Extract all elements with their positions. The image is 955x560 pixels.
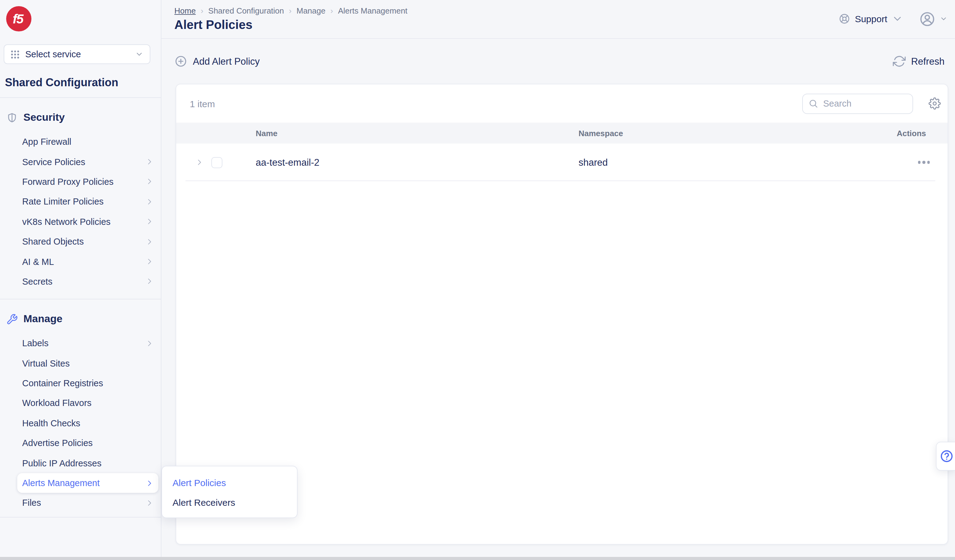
search-box xyxy=(802,93,913,114)
chevron-right-icon xyxy=(146,158,153,166)
nav-section-label: Manage xyxy=(23,313,63,325)
sidebar-item-shared-objects[interactable]: Shared Objects xyxy=(17,232,158,252)
sidebar-item-alerts-management[interactable]: Alerts Management xyxy=(17,473,158,493)
table-row[interactable]: aa-test-email-2 shared xyxy=(176,144,947,181)
service-selector-label: Select service xyxy=(25,49,129,59)
breadcrumb-item-alerts-management: Alerts Management xyxy=(338,6,407,15)
chevron-right-icon xyxy=(146,339,153,347)
sidebar-item-label: Shared Objects xyxy=(22,236,146,246)
chevron-right-icon xyxy=(146,258,153,266)
chevron-down-icon xyxy=(135,50,144,58)
cell-name: aa-test-email-2 xyxy=(253,157,579,168)
sidebar-item-health-checks[interactable]: Health Checks xyxy=(17,413,158,433)
nav-section-header-security[interactable]: Security xyxy=(0,106,161,129)
sidebar-item-vk8s-network-policies[interactable]: vK8s Network Policies xyxy=(17,212,158,232)
sidebar-item-label: vK8s Network Policies xyxy=(22,217,146,227)
search-icon xyxy=(808,99,818,108)
app-root: f5 Select service Shared Configuration S… xyxy=(0,0,955,560)
user-menu[interactable] xyxy=(919,11,947,27)
chevron-down-icon xyxy=(892,13,903,25)
refresh-button[interactable]: Refresh xyxy=(892,55,944,68)
flyout-item-alert-policies[interactable]: Alert Policies xyxy=(162,472,297,492)
row-checkbox[interactable] xyxy=(211,157,222,168)
sidebar-item-app-firewall[interactable]: App Firewall xyxy=(17,132,158,152)
f5-logo[interactable]: f5 xyxy=(6,6,31,31)
sidebar-item-label: Health Checks xyxy=(22,418,153,428)
chevron-right-icon xyxy=(146,277,153,286)
add-alert-policy-button[interactable]: Add Alert Policy xyxy=(174,55,260,68)
chevron-right-icon xyxy=(146,479,153,487)
support-label: Support xyxy=(855,14,887,24)
page-title: Alert Policies xyxy=(174,18,955,32)
shield-icon xyxy=(6,112,18,124)
sidebar-item-rate-limiter-policies[interactable]: Rate Limiter Policies xyxy=(17,192,158,212)
help-circle-icon xyxy=(939,449,954,463)
life-buoy-icon xyxy=(839,13,850,25)
sidebar-item-ai-ml[interactable]: AI & ML xyxy=(17,252,158,272)
search-input[interactable] xyxy=(823,99,897,108)
user-avatar-icon xyxy=(919,11,935,27)
item-count: 1 item xyxy=(190,98,802,109)
sidebar-item-advertise-policies[interactable]: Advertise Policies xyxy=(17,433,158,453)
column-header-namespace: Namespace xyxy=(579,128,870,138)
support-menu[interactable]: Support xyxy=(839,13,903,25)
row-actions-menu[interactable] xyxy=(918,161,930,164)
sidebar-item-label: Advertise Policies xyxy=(22,438,153,448)
sidebar-item-secrets[interactable]: Secrets xyxy=(17,271,158,291)
toolbar: Add Alert Policy Refresh xyxy=(161,39,955,84)
sidebar-item-label: Service Policies xyxy=(22,157,146,167)
sidebar-item-public-ip-addresses[interactable]: Public IP Addresses xyxy=(17,453,158,473)
breadcrumb-separator: › xyxy=(289,6,292,15)
sidebar-item-label: Container Registries xyxy=(22,378,153,388)
breadcrumb-item-shared-configuration[interactable]: Shared Configuration xyxy=(208,6,284,15)
sidebar-item-label: Virtual Sites xyxy=(22,358,153,368)
cell-namespace: shared xyxy=(579,157,870,168)
breadcrumb-item-home[interactable]: Home xyxy=(174,6,196,15)
chevron-right-icon xyxy=(146,218,153,226)
sidebar-nav: SecurityApp FirewallService PoliciesForw… xyxy=(0,98,161,517)
horizontal-scrollbar[interactable] xyxy=(0,557,955,560)
sidebar-item-label: Forward Proxy Policies xyxy=(22,177,146,187)
refresh-label: Refresh xyxy=(911,56,944,67)
nav-section-manage: ManageLabelsVirtual SitesContainer Regis… xyxy=(0,299,161,517)
sidebar-item-labels[interactable]: Labels xyxy=(17,333,158,353)
table-header-row: Name Namespace Actions xyxy=(176,123,947,144)
sidebar-item-files[interactable]: Files xyxy=(17,493,158,513)
sidebar-item-virtual-sites[interactable]: Virtual Sites xyxy=(17,353,158,373)
gear-icon[interactable] xyxy=(928,97,941,109)
column-header-name: Name xyxy=(253,128,579,138)
chevron-right-icon xyxy=(146,238,153,246)
sidebar-item-service-policies[interactable]: Service Policies xyxy=(17,152,158,172)
refresh-icon xyxy=(892,55,905,68)
add-alert-policy-label: Add Alert Policy xyxy=(193,56,260,67)
chevron-right-icon xyxy=(146,198,153,206)
breadcrumb-separator: › xyxy=(330,6,333,15)
sidebar-item-forward-proxy-policies[interactable]: Forward Proxy Policies xyxy=(17,172,158,192)
sidebar-item-workload-flavors[interactable]: Workload Flavors xyxy=(17,393,158,413)
chevron-right-icon xyxy=(146,178,153,186)
sidebar-item-label: Labels xyxy=(22,338,146,348)
sidebar-title: Shared Configuration xyxy=(0,64,161,98)
sidebar-item-label: Files xyxy=(22,498,146,508)
chevron-down-icon xyxy=(939,15,947,23)
row-expander-icon[interactable] xyxy=(195,158,204,166)
grid-icon xyxy=(11,50,20,59)
top-header: Home›Shared Configuration›Manage›Alerts … xyxy=(161,0,955,39)
sidebar-item-container-registries[interactable]: Container Registries xyxy=(17,373,158,393)
nav-section-header-manage[interactable]: Manage xyxy=(0,308,161,330)
nav-section-security: SecurityApp FirewallService PoliciesForw… xyxy=(0,98,161,299)
flyout-item-alert-receivers[interactable]: Alert Receivers xyxy=(162,492,297,512)
breadcrumb: Home›Shared Configuration›Manage›Alerts … xyxy=(174,5,955,16)
breadcrumb-separator: › xyxy=(200,6,204,15)
sidebar: f5 Select service Shared Configuration S… xyxy=(0,0,161,560)
breadcrumb-item-manage[interactable]: Manage xyxy=(296,6,325,15)
sidebar-item-label: AI & ML xyxy=(22,257,146,266)
sidebar-item-label: Secrets xyxy=(22,277,146,286)
alerts-management-flyout: Alert PoliciesAlert Receivers xyxy=(161,466,297,518)
help-button[interactable] xyxy=(936,442,955,471)
header-actions: Support xyxy=(839,0,947,39)
plus-circle-icon xyxy=(174,55,187,68)
wrench-icon xyxy=(6,313,18,325)
service-selector[interactable]: Select service xyxy=(4,44,150,64)
sidebar-item-label: Alerts Management xyxy=(22,478,146,488)
